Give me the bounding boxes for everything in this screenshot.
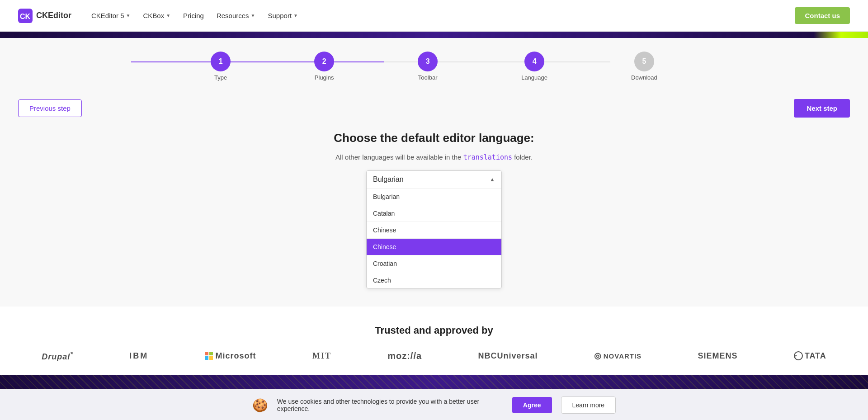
- dropdown-selected-value: Bulgarian: [373, 175, 404, 184]
- logo-siemens: SIEMENS: [698, 351, 737, 361]
- dropdown-item-croatian[interactable]: Croatian: [367, 255, 501, 272]
- logo-icon: CK: [18, 9, 33, 23]
- nav-item-ckeditor5[interactable]: CKEditor 5 ▼: [86, 8, 136, 23]
- chevron-up-icon: ▲: [490, 176, 495, 183]
- language-dropdown[interactable]: Bulgarian ▲ Bulgarian Catalan Chinese Ch…: [366, 170, 502, 288]
- dropdown-list[interactable]: Bulgarian Catalan Chinese Chinese Croati…: [367, 189, 501, 288]
- nav-item-resources[interactable]: Resources ▼: [211, 8, 261, 23]
- ms-cell-green: [209, 352, 213, 355]
- chevron-down-icon: ▼: [166, 13, 170, 18]
- subtitle-prefix: All other languages will be available in…: [335, 153, 463, 161]
- trusted-section: Trusted and approved by Drupal* IBM Micr…: [0, 307, 868, 375]
- chevron-down-icon: ▼: [126, 13, 131, 18]
- step-label-3: Toolbar: [418, 74, 438, 81]
- dropdown-header[interactable]: Bulgarian ▲: [367, 171, 501, 189]
- dropdown-item-chinese-simplified[interactable]: Chinese: [367, 222, 501, 239]
- step-4: 4 Language: [521, 52, 547, 81]
- svg-text:T: T: [795, 354, 797, 359]
- dropdown-item-chinese-traditional[interactable]: Chinese: [367, 239, 501, 255]
- nav-item-ckbox[interactable]: CKBox ▼: [137, 8, 176, 23]
- dark-bar: [0, 375, 868, 389]
- navbar-left: CK CKEditor CKEditor 5 ▼ CKBox ▼ Pricing…: [18, 8, 303, 23]
- step-label-4: Language: [521, 74, 547, 81]
- tata-logo-icon: T: [794, 351, 803, 360]
- step-label-1: Type: [214, 74, 227, 81]
- dropdown-item-bulgarian[interactable]: Bulgarian: [367, 189, 501, 205]
- steps-container: 1 Type 2 Plugins 3 Toolbar 4 Language 5 …: [18, 52, 850, 81]
- subtitle: All other languages will be available in…: [335, 153, 533, 161]
- contact-button[interactable]: Contact us: [795, 7, 850, 24]
- logo-ibm: IBM: [129, 351, 148, 361]
- step-2: 2 Plugins: [314, 52, 334, 81]
- logo-text: CKEditor: [36, 11, 71, 20]
- logo[interactable]: CK CKEditor: [18, 9, 71, 23]
- ms-cell-yellow: [209, 356, 213, 360]
- step-3: 3 Toolbar: [418, 52, 438, 81]
- navbar: CK CKEditor CKEditor 5 ▼ CKBox ▼ Pricing…: [0, 0, 868, 32]
- logo-nbc: NBCUniversal: [478, 351, 538, 361]
- previous-step-button[interactable]: Previous step: [18, 99, 82, 117]
- next-step-button[interactable]: Next step: [794, 99, 850, 118]
- dropdown-item-catalan[interactable]: Catalan: [367, 205, 501, 222]
- chevron-down-icon: ▼: [293, 13, 298, 18]
- page-actions: Previous step Next step: [18, 99, 850, 118]
- step-label-5: Download: [631, 74, 657, 81]
- logo-mit: MIT: [312, 351, 331, 361]
- language-section: Choose the default editor language: All …: [18, 131, 850, 288]
- step-1: 1 Type: [211, 52, 231, 81]
- subtitle-highlight: translations: [463, 153, 512, 161]
- purple-bar: [0, 32, 868, 38]
- microsoft-grid-icon: [205, 352, 213, 360]
- logo-mozilla: moz://a: [387, 351, 422, 361]
- step-circle-4: 4: [524, 52, 544, 71]
- step-circle-2: 2: [314, 52, 334, 71]
- nav-item-support[interactable]: Support ▼: [263, 8, 303, 23]
- trusted-title: Trusted and approved by: [18, 325, 850, 336]
- step-circle-1: 1: [211, 52, 231, 71]
- logo-drupal: Drupal*: [42, 350, 73, 362]
- chevron-down-icon: ▼: [251, 13, 255, 18]
- logo-novartis: ◎ NOVARTIS: [594, 351, 642, 361]
- nav-links: CKEditor 5 ▼ CKBox ▼ Pricing Resources ▼…: [86, 8, 303, 23]
- step-circle-5: 5: [634, 52, 654, 71]
- step-label-2: Plugins: [315, 74, 334, 81]
- dropdown-item-czech[interactable]: Czech: [367, 272, 501, 288]
- section-title: Choose the default editor language:: [334, 131, 534, 145]
- step-circle-3: 3: [418, 52, 438, 71]
- step-5: 5 Download: [631, 52, 657, 81]
- ms-cell-blue: [205, 356, 208, 360]
- logo-microsoft: Microsoft: [205, 351, 256, 361]
- svg-text:CK: CK: [20, 13, 31, 20]
- steps-list: 1 Type 2 Plugins 3 Toolbar 4 Language 5 …: [211, 52, 657, 81]
- nav-item-pricing[interactable]: Pricing: [178, 8, 209, 23]
- subtitle-suffix: folder.: [512, 153, 533, 161]
- novartis-icon: ◎: [594, 351, 602, 361]
- logo-tata: T TATA: [794, 351, 826, 361]
- main-content: 1 Type 2 Plugins 3 Toolbar 4 Language 5 …: [0, 38, 868, 307]
- ms-cell-red: [205, 352, 208, 355]
- logos-row: Drupal* IBM Microsoft MIT moz://a NBCUni…: [18, 350, 850, 362]
